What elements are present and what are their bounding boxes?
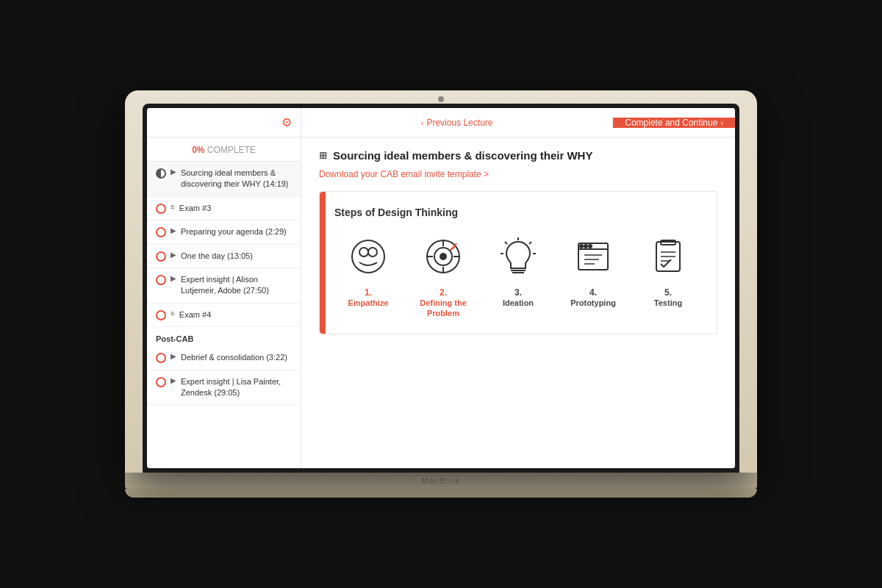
item-inner-sourcing: ▶ Sourcing ideal members & discovering t… xyxy=(171,168,292,190)
item-inner-expert2: ▶ Expert insight | Lisa Painter, Zendesk… xyxy=(171,376,292,399)
item-text-debrief: Debrief & consolidation (3:22) xyxy=(181,352,287,363)
step-defining-problem: 2. Defining the Problem xyxy=(409,233,477,319)
orange-accent-bar xyxy=(320,192,326,334)
step2-label: Defining the Problem xyxy=(409,298,477,319)
svg-point-24 xyxy=(580,245,583,248)
webcam xyxy=(438,96,444,102)
svg-point-1 xyxy=(359,248,368,257)
laptop-wrapper: ⚙ ‹ Previous Lecture Complete and Contin… xyxy=(125,90,757,498)
step4-number: 4. xyxy=(589,287,597,298)
progress-circle-exam4 xyxy=(156,310,166,320)
laptop-body: ⚙ ‹ Previous Lecture Complete and Contin… xyxy=(125,90,757,473)
complete-continue-button[interactable]: Complete and Continue › xyxy=(613,118,735,128)
step1-number: 1. xyxy=(365,287,372,298)
item-text-preparing: Preparing your agenda (2:29) xyxy=(181,226,287,237)
video-icon-debrief: ▶ xyxy=(171,352,176,360)
item-inner-exam4: ≡ Exam #4 xyxy=(171,309,292,320)
item-text-sourcing: Sourcing ideal members & discovering the… xyxy=(181,168,292,190)
header-left: ⚙ xyxy=(147,108,301,137)
sidebar-item-debrief[interactable]: ▶ Debrief & consolidation (3:22) xyxy=(147,346,301,370)
sidebar-item-preparing[interactable]: ▶ Preparing your agenda (2:29) xyxy=(147,220,301,244)
sidebar-item-oneday[interactable]: ▶ One the day (13:05) xyxy=(147,245,301,268)
sidebar-item-expert1[interactable]: ▶ Expert insight | Alison Lutjemeir, Ado… xyxy=(147,268,301,304)
sidebar-item-sourcing[interactable]: ▶ Sourcing ideal members & discovering t… xyxy=(147,162,301,197)
video-icon-expert1: ▶ xyxy=(171,274,176,282)
video-icon-oneday: ▶ xyxy=(171,251,176,259)
post-cab-section-label: Post-CAB xyxy=(147,327,301,346)
svg-point-5 xyxy=(440,254,446,259)
svg-line-16 xyxy=(529,242,531,244)
step3-label: Ideation xyxy=(503,298,534,308)
svg-line-15 xyxy=(505,242,507,244)
item-text-expert1: Expert insight | Alison Lutjemeir, Adobe… xyxy=(181,274,292,297)
item-text-oneday: One the day (13:05) xyxy=(181,251,253,262)
video-icon-preparing: ▶ xyxy=(171,226,176,234)
complete-continue-label: Complete and Continue xyxy=(625,118,717,128)
prev-lecture-button[interactable]: ‹ Previous Lecture xyxy=(301,118,613,128)
progress-circle-sourcing xyxy=(156,168,166,179)
sidebar-item-exam4[interactable]: ≡ Exam #4 xyxy=(147,304,301,327)
svg-point-0 xyxy=(352,240,384,273)
svg-point-26 xyxy=(589,245,592,248)
progress-bar-section: 0% COMPLETE xyxy=(147,137,301,162)
prev-lecture-label: Previous Lecture xyxy=(426,118,492,128)
item-text-expert2: Expert insight | Lisa Painter, Zendesk (… xyxy=(181,376,292,399)
step-empathize: 1. Empathize xyxy=(334,233,402,308)
screen: ⚙ ‹ Previous Lecture Complete and Contin… xyxy=(147,108,735,468)
item-text-exam3: Exam #3 xyxy=(179,203,211,214)
step5-label: Testing xyxy=(654,298,682,308)
video-icon-expert2: ▶ xyxy=(171,376,176,384)
item-inner-exam3: ≡ Exam #3 xyxy=(171,203,292,214)
monitor-icon: ⊞ xyxy=(319,150,327,161)
progress-percentage: 0% xyxy=(192,145,204,155)
header-nav: ‹ Previous Lecture Complete and Continue… xyxy=(301,108,735,137)
sidebar-item-expert2[interactable]: ▶ Expert insight | Lisa Painter, Zendesk… xyxy=(147,370,301,406)
laptop-brand-label: MacBook xyxy=(422,476,461,485)
empathize-icon xyxy=(345,233,392,280)
defining-problem-icon xyxy=(420,233,467,280)
item-inner-expert1: ▶ Expert insight | Alison Lutjemeir, Ado… xyxy=(171,274,292,297)
progress-circle-expert2 xyxy=(156,377,166,387)
app-header: ⚙ ‹ Previous Lecture Complete and Contin… xyxy=(147,108,735,137)
quiz-icon-exam4: ≡ xyxy=(171,309,175,318)
screen-bezel: ⚙ ‹ Previous Lecture Complete and Contin… xyxy=(143,104,739,473)
download-link[interactable]: Download your CAB email invite template … xyxy=(319,169,717,179)
svg-point-25 xyxy=(584,245,587,248)
step-testing: 5. Testing xyxy=(634,233,702,308)
laptop-base: MacBook xyxy=(125,473,757,489)
sidebar-item-exam3[interactable]: ≡ Exam #3 xyxy=(147,197,301,220)
progress-label: COMPLETE xyxy=(207,145,256,155)
step3-number: 3. xyxy=(514,287,522,298)
next-arrow-icon: › xyxy=(720,118,723,127)
app-body: 0% COMPLETE ▶ Sourcing ideal members & d… xyxy=(147,137,735,468)
item-inner-debrief: ▶ Debrief & consolidation (3:22) xyxy=(171,352,292,363)
step5-number: 5. xyxy=(664,287,672,298)
step-ideation: 3. Ideation xyxy=(484,233,552,308)
quiz-icon-exam3: ≡ xyxy=(171,203,175,211)
section-title: Steps of Design Thinking xyxy=(334,207,702,218)
step2-number: 2. xyxy=(440,287,447,298)
ideation-icon xyxy=(495,233,542,280)
settings-icon[interactable]: ⚙ xyxy=(282,115,292,129)
step4-label: Prototyping xyxy=(570,298,616,308)
progress-circle-oneday xyxy=(156,251,166,262)
progress-circle-exam3 xyxy=(156,204,166,214)
content-title-text: Sourcing ideal members & discovering the… xyxy=(333,149,592,162)
progress-circle-debrief xyxy=(156,353,166,363)
video-icon-sourcing: ▶ xyxy=(171,168,176,176)
design-thinking-section: Steps of Design Thinking xyxy=(319,191,717,334)
prev-arrow-icon: ‹ xyxy=(421,118,424,127)
svg-point-2 xyxy=(368,248,377,257)
step1-label: Empathize xyxy=(348,298,388,308)
item-inner-preparing: ▶ Preparing your agenda (2:29) xyxy=(171,226,292,237)
progress-circle-preparing xyxy=(156,227,166,237)
progress-circle-expert1 xyxy=(156,275,166,285)
steps-container: 1. Empathize xyxy=(334,233,702,319)
content-title: ⊞ Sourcing ideal members & discovering t… xyxy=(319,149,717,162)
prototyping-icon xyxy=(570,233,617,280)
testing-icon xyxy=(645,233,692,280)
sidebar: 0% COMPLETE ▶ Sourcing ideal members & d… xyxy=(147,137,301,468)
step-prototyping: 4. Prototyping xyxy=(559,233,627,308)
main-content: ⊞ Sourcing ideal members & discovering t… xyxy=(301,137,735,468)
laptop-foot xyxy=(125,489,757,498)
